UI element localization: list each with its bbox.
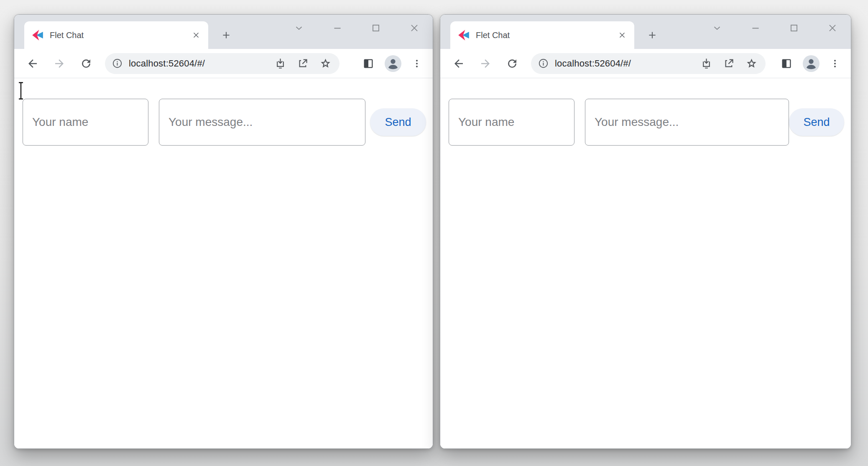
menu-dots-icon[interactable] xyxy=(830,59,840,69)
browser-window-left: Flet Chat xyxy=(14,14,433,449)
site-info-icon[interactable] xyxy=(538,58,549,69)
chevron-down-icon[interactable] xyxy=(711,22,723,34)
browser-window-right: Flet Chat xyxy=(440,14,851,449)
share-icon[interactable] xyxy=(723,58,735,69)
menu-dots-icon[interactable] xyxy=(412,59,422,69)
tab-title: Flet Chat xyxy=(476,31,617,40)
text-cursor-icon xyxy=(17,82,25,100)
tab-close-icon[interactable] xyxy=(617,30,628,41)
profile-icon[interactable] xyxy=(385,55,401,72)
page-content: Send xyxy=(440,78,851,448)
message-input[interactable] xyxy=(585,99,789,146)
back-icon[interactable] xyxy=(452,57,465,70)
reload-icon[interactable] xyxy=(80,57,92,70)
download-icon[interactable] xyxy=(701,58,712,69)
browser-toolbar: localhost:52604/#/ xyxy=(440,49,851,78)
profile-icon[interactable] xyxy=(803,55,819,72)
address-bar[interactable]: localhost:52604/#/ xyxy=(531,53,766,74)
side-panel-icon[interactable] xyxy=(363,58,374,69)
reload-icon[interactable] xyxy=(506,57,518,70)
send-button[interactable]: Send xyxy=(789,108,844,136)
url-text: localhost:52604/#/ xyxy=(555,58,631,69)
url-text: localhost:52604/#/ xyxy=(129,58,205,69)
site-info-icon[interactable] xyxy=(112,58,123,69)
page-content: Send xyxy=(14,78,433,448)
forward-icon[interactable] xyxy=(53,57,66,70)
side-panel-icon[interactable] xyxy=(781,58,792,69)
tab-title: Flet Chat xyxy=(50,31,191,40)
flet-logo-icon xyxy=(32,29,43,41)
minimize-icon[interactable] xyxy=(750,22,761,34)
close-icon[interactable] xyxy=(827,22,838,34)
tab-strip: Flet Chat xyxy=(440,15,851,49)
chevron-down-icon[interactable] xyxy=(293,22,305,34)
browser-toolbar: localhost:52604/#/ xyxy=(14,49,433,78)
tab-strip: Flet Chat xyxy=(14,15,433,49)
bookmark-star-icon[interactable] xyxy=(320,58,331,69)
close-icon[interactable] xyxy=(408,22,420,34)
tab-close-icon[interactable] xyxy=(191,30,202,41)
new-tab-icon[interactable] xyxy=(219,28,233,42)
bookmark-star-icon[interactable] xyxy=(746,58,757,69)
name-input[interactable] xyxy=(449,99,574,146)
chat-form: Send xyxy=(440,99,851,146)
chat-form: Send xyxy=(14,99,433,146)
back-icon[interactable] xyxy=(26,57,39,70)
name-input[interactable] xyxy=(23,99,148,146)
maximize-icon[interactable] xyxy=(370,22,382,34)
share-icon[interactable] xyxy=(297,58,309,69)
maximize-icon[interactable] xyxy=(788,22,800,34)
browser-tab[interactable]: Flet Chat xyxy=(450,21,634,49)
flet-logo-icon xyxy=(458,29,470,41)
send-button[interactable]: Send xyxy=(370,108,426,136)
download-icon[interactable] xyxy=(275,58,286,69)
browser-tab[interactable]: Flet Chat xyxy=(24,21,208,49)
address-bar[interactable]: localhost:52604/#/ xyxy=(105,53,340,74)
forward-icon[interactable] xyxy=(479,57,492,70)
message-input[interactable] xyxy=(159,99,365,146)
minimize-icon[interactable] xyxy=(332,22,343,34)
new-tab-icon[interactable] xyxy=(645,28,659,42)
